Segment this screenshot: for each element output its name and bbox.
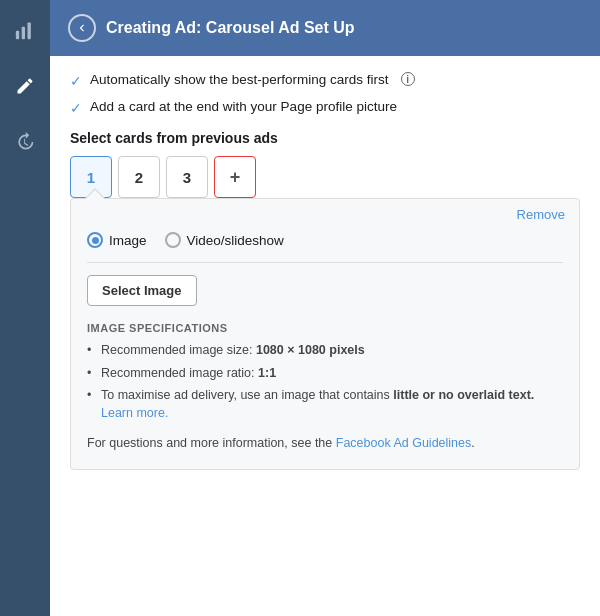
radio-video-circle <box>165 232 181 248</box>
radio-image[interactable]: Image <box>87 232 147 248</box>
spec-1-bold: 1080 × 1080 pixels <box>256 343 365 357</box>
checkbox-best-performing[interactable]: ✓ Automatically show the best-performing… <box>70 72 580 89</box>
spec-item-1: Recommended image size: 1080 × 1080 pixe… <box>87 342 563 360</box>
svg-rect-2 <box>28 23 31 40</box>
footer-suffix: . <box>471 436 474 450</box>
content-area: ✓ Automatically show the best-performing… <box>50 56 600 616</box>
separator <box>87 262 563 263</box>
svg-rect-1 <box>22 27 25 39</box>
sidebar-item-history[interactable] <box>7 124 43 160</box>
card-button-3[interactable]: 3 <box>166 156 208 198</box>
header: Creating Ad: Carousel Ad Set Up <box>50 0 600 56</box>
spec-item-2: Recommended image ratio: 1:1 <box>87 365 563 383</box>
add-card-icon: + <box>230 167 241 188</box>
main-area: Creating Ad: Carousel Ad Set Up ✓ Automa… <box>50 0 600 616</box>
info-icon-best-performing[interactable]: i <box>401 72 415 86</box>
checkbox-best-performing-icon: ✓ <box>70 73 82 89</box>
card-panel-body: Image Video/slideshow Select Image IMAGE… <box>71 226 579 469</box>
radio-image-circle <box>87 232 103 248</box>
footer-prefix: For questions and more information, see … <box>87 436 336 450</box>
checkbox-best-performing-label: Automatically show the best-performing c… <box>90 72 389 87</box>
checkbox-profile-picture-label: Add a card at the end with your Page pro… <box>90 99 397 114</box>
back-button[interactable] <box>68 14 96 42</box>
sidebar <box>0 0 50 616</box>
spec-2-prefix: Recommended image ratio: <box>101 366 258 380</box>
footer-note: For questions and more information, see … <box>87 434 563 453</box>
remove-link[interactable]: Remove <box>517 207 565 222</box>
card-panel-top: Remove <box>71 199 579 226</box>
radio-video[interactable]: Video/slideshow <box>165 232 284 248</box>
spec-3-prefix: To maximise ad delivery, use an image th… <box>101 388 393 402</box>
spec-3-bold: little or no overlaid text. <box>393 388 534 402</box>
specs-list: Recommended image size: 1080 × 1080 pixe… <box>87 342 563 422</box>
add-card-button[interactable]: + <box>214 156 256 198</box>
card-panel: Remove Image Video/slideshow <box>70 198 580 470</box>
radio-row: Image Video/slideshow <box>87 232 563 248</box>
cards-section-title: Select cards from previous ads <box>70 130 580 146</box>
spec-2-bold: 1:1 <box>258 366 276 380</box>
learn-more-link[interactable]: Learn more. <box>101 406 168 420</box>
select-image-button[interactable]: Select Image <box>87 275 197 306</box>
panel-arrow-inner <box>86 190 104 199</box>
header-title: Creating Ad: Carousel Ad Set Up <box>106 19 355 37</box>
spec-1-prefix: Recommended image size: <box>101 343 256 357</box>
checkbox-profile-picture[interactable]: ✓ Add a card at the end with your Page p… <box>70 99 580 116</box>
sidebar-item-edit[interactable] <box>7 68 43 104</box>
card-button-2[interactable]: 2 <box>118 156 160 198</box>
specs-title: IMAGE SPECIFICATIONS <box>87 322 563 334</box>
sidebar-item-analytics[interactable] <box>7 12 43 48</box>
svg-rect-0 <box>16 31 19 39</box>
radio-image-label: Image <box>109 233 147 248</box>
checkbox-profile-picture-icon: ✓ <box>70 100 82 116</box>
cards-row: 1 2 3 + <box>70 156 580 198</box>
facebook-guidelines-link[interactable]: Facebook Ad Guidelines <box>336 436 472 450</box>
radio-video-label: Video/slideshow <box>187 233 284 248</box>
spec-item-3: To maximise ad delivery, use an image th… <box>87 387 563 422</box>
